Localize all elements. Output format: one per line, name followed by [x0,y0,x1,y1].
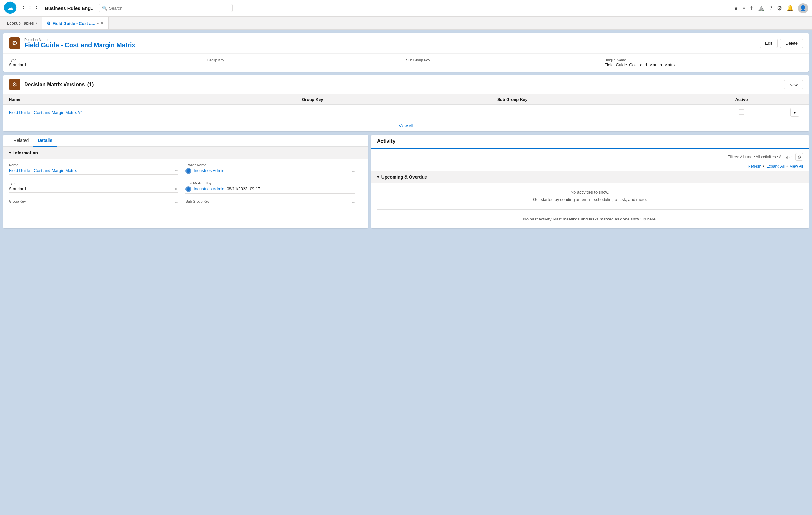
row-name-link[interactable]: Field Guide - Cost and Margin Matrix V1 [9,110,83,115]
edit-pencil-icon[interactable]: ✏ [352,170,355,174]
left-panel: Related Details ▾ Information Name [3,135,368,229]
view-all-link[interactable]: View All [790,164,803,169]
tab-label: Lookup Tables [7,21,34,26]
versions-header: ⚙ Decision Matrix Versions (1) New [3,75,809,94]
versions-card: ⚙ Decision Matrix Versions (1) New Name … [3,75,809,131]
row-action-dropdown: ▾ [790,108,803,117]
col-header-active: Active [693,97,790,102]
field-label: Owner Name [185,163,354,167]
help-icon[interactable]: ? [769,5,773,11]
versions-title: Decision Matrix Versions (1) [24,82,93,87]
modifier-link[interactable]: Industries Admin [194,186,224,191]
name-link[interactable]: Field Guide - Cost and Margin Matrix [9,168,77,173]
tab-field-guide[interactable]: ⚙ Field Guide - Cost a... ▾ ✕ [42,17,109,29]
expand-all-link[interactable]: Expand All [766,164,785,169]
tab-gear-icon: ⚙ [47,21,51,26]
info-section-header[interactable]: ▾ Information [3,147,368,159]
tab-label: Field Guide - Cost a... [53,21,95,26]
activity-filters: Filters: All time • All activities • All… [371,151,809,163]
edit-pencil-icon[interactable]: ✏ [175,201,178,205]
edit-button[interactable]: Edit [760,39,778,48]
tab-lookup-tables[interactable]: Lookup Tables ▾ [3,17,42,29]
field-unique-name: Unique Name Field_Guide_Cost_and_Margin_… [605,58,803,67]
view-all-link[interactable]: View All [399,123,413,128]
tab-details[interactable]: Details [33,135,57,147]
setup-icon[interactable]: ⚙ [777,5,782,12]
search-bar[interactable]: 🔍 [98,4,233,12]
row-dropdown-button[interactable]: ▾ [790,108,799,117]
field-owner: Owner Name 🔵 Industries Admin ✏ [185,163,362,176]
card-header: ⚙ Decision Matrix Field Guide - Cost and… [3,33,809,54]
field-value-uniquename: Field_Guide_Cost_and_Margin_Matrix [605,63,797,67]
edit-pencil-icon[interactable]: ✏ [352,201,355,205]
chevron-down-icon: ▾ [9,151,11,155]
col-header-group: Group Key [302,97,497,102]
add-icon[interactable]: + [749,4,753,12]
versions-icon: ⚙ [9,79,21,90]
refresh-link[interactable]: Refresh [748,164,761,169]
owner-link[interactable]: Industries Admin [194,168,224,173]
field-type: Type Standard ✏ [9,181,185,194]
activity-title: Activity [377,139,396,144]
field-label-type: Type [9,58,201,62]
salesforce-logo[interactable]: ☁ [4,1,17,15]
field-label-subgroupkey: Sub Group Key [406,58,598,62]
edit-pencil-icon[interactable]: ✏ [175,169,178,173]
delete-button[interactable]: Delete [780,39,803,48]
avatar[interactable]: 👤 [798,3,808,13]
info-row-1: Name Field Guide - Cost and Margin Matri… [9,163,362,176]
field-group-key: Group Key ✏ [9,200,185,206]
activity-header: Activity [371,135,809,149]
field-label: Type [9,181,178,185]
field-label: Sub Group Key [185,200,354,203]
field-value-type: Standard [9,63,201,67]
table-row: Field Guide - Cost and Margin Matrix V1 … [3,105,809,120]
field-label: Name [9,163,178,167]
decision-matrix-icon: ⚙ [9,37,21,49]
modifier-avatar-icon: 🔵 [185,186,191,192]
upcoming-section-header[interactable]: ▾ Upcoming & Overdue [371,171,809,183]
field-name: Name Field Guide - Cost and Margin Matri… [9,163,185,176]
trailhead-icon[interactable]: ⛰️ [758,5,765,12]
notifications-icon[interactable]: 🔔 [786,5,793,12]
field-subgroup-key: Sub Group Key [406,58,605,67]
col-header-subgroup: Sub Group Key [497,97,693,102]
tabs-bar: Lookup Tables ▾ ⚙ Field Guide - Cost a..… [0,17,812,30]
activity-links: Refresh • Expand All • View All [371,163,809,171]
detail-fields-row: Type Standard Group Key Sub Group Key Un… [3,54,809,72]
field-label: Last Modified By [185,181,354,185]
card-actions: Edit Delete [760,39,803,48]
tab-dropdown-icon[interactable]: ▾ [97,22,98,25]
field-value: 🔵 Industries Admin ✏ [185,168,354,176]
active-checkbox[interactable] [739,110,744,115]
no-past-activity-message: No past activity. Past meetings and task… [371,210,809,229]
info-row-2: Type Standard ✏ Last Modified By 🔵 Indus… [9,181,362,194]
owner-avatar-icon: 🔵 [185,168,191,174]
inner-tabs: Related Details [3,135,368,147]
tab-close-icon[interactable]: ✕ [100,21,104,26]
page-title: Field Guide - Cost and Margin Matrix [24,41,135,49]
field-value: Standard ✏ [9,186,178,193]
top-navigation: ☁ ⋮⋮⋮ Business Rules Eng... 🔍 ★ ▾ + ⛰️ ?… [0,0,812,17]
grid-icon[interactable]: ⋮⋮⋮ [21,4,39,12]
edit-pencil-icon[interactable]: ✏ [175,187,178,191]
tab-dropdown-icon[interactable]: ▾ [36,21,37,25]
field-value: Field Guide - Cost and Margin Matrix ✏ [9,168,178,175]
info-row-3: Group Key ✏ Sub Group Key ✏ [9,200,362,206]
field-label-groupkey: Group Key [207,58,400,62]
tab-related[interactable]: Related [9,135,33,147]
filters-label: Filters: All time • All activities • All… [728,155,793,159]
field-value: 🔵 Industries Admin, 08/11/2023, 09:17 [185,186,354,194]
favorites-icon[interactable]: ★ [733,5,738,12]
info-fields: Name Field Guide - Cost and Margin Matri… [3,159,368,216]
col-header-action [790,97,803,102]
new-version-button[interactable]: New [784,80,803,89]
activity-settings-icon[interactable]: ⚙ [795,153,803,161]
bottom-panels: Related Details ▾ Information Name [3,135,809,232]
card-breadcrumb: Decision Matrix [24,38,135,41]
favorites-dropdown-icon[interactable]: ▾ [743,6,745,10]
chevron-down-icon: ▾ [377,175,379,179]
main-content: ⚙ Decision Matrix Field Guide - Cost and… [0,30,812,515]
search-input[interactable] [109,6,229,10]
right-panel: Activity Filters: All time • All activit… [371,135,809,229]
